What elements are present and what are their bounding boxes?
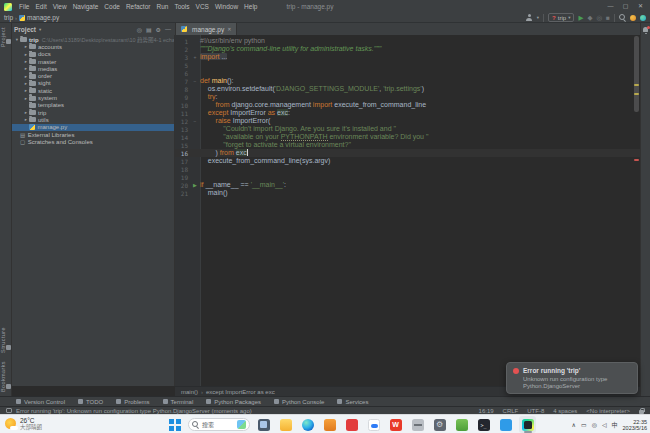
toolwindow-terminal[interactable]: Terminal xyxy=(163,399,194,405)
code-line-2[interactable]: 2"""Django's command-line utility for ad… xyxy=(175,45,640,53)
project-panel-header[interactable]: Project ▾ ◎▤⚙— xyxy=(0,23,175,35)
minimize-button[interactable]: — xyxy=(603,0,618,13)
code-line-14[interactable]: 14 "available on your PYTHONPATH environ… xyxy=(175,133,640,141)
taskbar-app-orange[interactable] xyxy=(321,416,338,433)
tree-item-trip[interactable]: ▾tripC:\Users\13189\Desktop\restaurant\1… xyxy=(12,36,174,43)
line-number[interactable]: 15 xyxy=(175,142,190,149)
code-text[interactable]: execute_from_command_line(sys.argv) xyxy=(200,157,330,165)
code-line-7[interactable]: 7−def main(): xyxy=(175,77,640,85)
code-line-12[interactable]: 12− raise ImportError( xyxy=(175,117,640,125)
toolwindow-python-console[interactable]: Python Console xyxy=(274,399,324,405)
code-line-11[interactable]: 11 except ImportError as exc: xyxy=(175,109,640,117)
menu-file[interactable]: File xyxy=(16,0,32,13)
code-text[interactable]: except ImportError as exc: xyxy=(200,109,290,117)
menu-navigate[interactable]: Navigate xyxy=(70,0,102,13)
line-number[interactable]: 7 xyxy=(175,78,190,85)
breadcrumb-except[interactable]: except ImportError as exc xyxy=(206,389,275,395)
gutter-fold-column[interactable]: ▶ xyxy=(190,181,200,189)
gutter-fold-column[interactable]: − xyxy=(190,117,200,125)
maximize-button[interactable]: ▢ xyxy=(618,0,633,13)
taskbar-file-explorer[interactable] xyxy=(277,416,294,433)
menu-window[interactable]: Window xyxy=(212,0,241,13)
code-line-20[interactable]: 20▶if __name__ == '__main__': xyxy=(175,181,640,189)
hide-panel-icon[interactable]: — xyxy=(165,26,171,33)
toolwindow-todo[interactable]: TODO xyxy=(78,399,103,405)
collapse-all-icon[interactable]: ▤ xyxy=(146,26,152,33)
profile-icon[interactable] xyxy=(526,14,533,21)
status-window-icon[interactable] xyxy=(6,408,12,413)
stripe-item-bookmarks[interactable]: Bookmarks xyxy=(0,361,11,392)
taskbar-vscode[interactable] xyxy=(497,416,514,433)
taskbar-task-view[interactable] xyxy=(255,416,272,433)
toolwindow-services[interactable]: Services xyxy=(337,399,368,405)
tree-item-scratches-and-consoles[interactable]: ▢Scratches and Consoles xyxy=(12,138,174,145)
stripe-item-structure[interactable]: Structure xyxy=(0,327,11,353)
line-number[interactable]: 9 xyxy=(175,94,190,101)
tray-volume-icon[interactable]: ◁ xyxy=(602,421,607,428)
line-number[interactable]: 16 xyxy=(175,150,190,157)
tree-item-static[interactable]: ▸static xyxy=(12,87,174,94)
notifications-bell-icon[interactable] xyxy=(643,27,649,34)
code-line-10[interactable]: 10 from django.core.management import ex… xyxy=(175,101,640,109)
taskbar-edge-browser[interactable] xyxy=(299,416,316,433)
code-line-5[interactable]: 5 xyxy=(175,61,640,69)
hidden-icons-chevron-icon[interactable]: ∧ xyxy=(572,421,576,428)
breadcrumb-main[interactable]: main() xyxy=(181,389,198,395)
code-area[interactable]: 1#!/usr/bin/env python2"""Django's comma… xyxy=(175,35,640,197)
editor-scrollbar[interactable] xyxy=(634,36,639,385)
line-number[interactable]: 8 xyxy=(175,86,190,93)
code-line-16[interactable]: 16 ) from exc xyxy=(175,149,640,157)
tree-item-trip[interactable]: ▸trip xyxy=(12,109,174,116)
code-text[interactable]: ) from exc xyxy=(200,149,248,157)
line-number[interactable]: 1 xyxy=(175,38,190,45)
taskbar-app-green[interactable] xyxy=(453,416,470,433)
code-line-1[interactable]: 1#!/usr/bin/env python xyxy=(175,37,640,45)
scrollbar-thumb[interactable] xyxy=(634,36,639,112)
menu-edit[interactable]: Edit xyxy=(32,0,49,13)
code-line-9[interactable]: 9 try: xyxy=(175,93,640,101)
start-button[interactable] xyxy=(166,416,183,433)
code-editor[interactable]: 1#!/usr/bin/env python2"""Django's comma… xyxy=(175,35,640,386)
run-configuration-select[interactable]: ? trip ▾ xyxy=(548,13,574,22)
code-line-19[interactable]: 19 xyxy=(175,173,640,181)
tree-item-medias[interactable]: ▸medias xyxy=(12,65,174,72)
tab-manage-py[interactable]: manage.py ✕ xyxy=(176,23,237,35)
weather-widget[interactable]: 26°C 大部晴朗 xyxy=(5,417,42,430)
breadcrumb-root[interactable]: trip xyxy=(4,14,13,21)
menu-view[interactable]: View xyxy=(50,0,70,13)
code-text[interactable]: if __name__ == '__main__': xyxy=(200,181,286,189)
error-notification[interactable]: Error running 'trip' Unknown run configu… xyxy=(506,362,638,394)
code-text[interactable]: main() xyxy=(200,189,228,197)
line-number[interactable]: 10 xyxy=(175,102,190,109)
breadcrumb-file[interactable]: manage.py xyxy=(27,14,59,21)
tree-item-manage-py[interactable]: manage.py xyxy=(12,124,174,131)
code-text[interactable]: "Couldn't import Django. Are you sure it… xyxy=(200,125,396,133)
gutter-fold-column[interactable]: + xyxy=(190,53,200,61)
panel-settings-icon[interactable]: ⚙ xyxy=(156,26,161,33)
line-number[interactable]: 5 xyxy=(175,62,190,69)
taskbar-pycharm-app[interactable] xyxy=(519,416,536,433)
taskbar-clock[interactable]: 22:35 2023/5/16 xyxy=(623,419,647,431)
code-text[interactable]: def main(): xyxy=(200,77,233,85)
tree-item-utils[interactable]: ▸utils xyxy=(12,116,174,123)
code-line-3[interactable]: 3+import ... xyxy=(175,53,640,61)
menu-code[interactable]: Code xyxy=(101,0,123,13)
code-line-15[interactable]: 15 "forget to activate a virtual environ… xyxy=(175,141,640,149)
tree-item-docs[interactable]: ▸docs xyxy=(12,51,174,58)
taskbar-cloud-drive[interactable] xyxy=(365,416,382,433)
taskbar-app-gray[interactable] xyxy=(409,416,426,433)
search-everywhere-icon[interactable] xyxy=(619,14,626,21)
taskbar-app-red[interactable] xyxy=(343,416,360,433)
readonly-lock-icon[interactable] xyxy=(639,408,644,414)
tree-item-accounts[interactable]: ▸accounts xyxy=(12,43,174,50)
debug-button[interactable]: ◆ xyxy=(587,13,592,22)
taskbar-settings-app[interactable] xyxy=(431,416,448,433)
tree-item-master[interactable]: ▸master xyxy=(12,58,174,65)
menu-vcs[interactable]: VCS xyxy=(193,0,212,13)
taskbar-terminal-app[interactable] xyxy=(475,416,492,433)
interpreter-widget[interactable]: <No interpreter> xyxy=(586,408,630,414)
run-button[interactable]: ▶ xyxy=(578,13,583,22)
menu-refactor[interactable]: Refactor xyxy=(123,0,154,13)
code-text[interactable]: try: xyxy=(200,93,218,101)
indent-style[interactable]: 4 spaces xyxy=(553,408,577,414)
